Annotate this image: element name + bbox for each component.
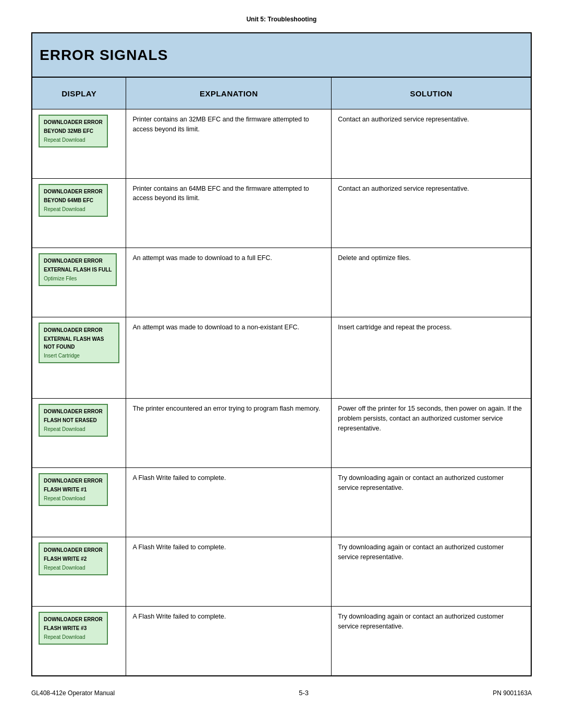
col-explanation: EXPLANATION bbox=[126, 77, 332, 109]
error-title-6: DOWNLOADER ERROR bbox=[44, 546, 103, 554]
error-action-0: Repeat Download bbox=[44, 136, 103, 144]
error-action-4: Repeat Download bbox=[44, 425, 103, 433]
page-header: Unit 5: Troubleshooting bbox=[31, 16, 532, 23]
error-action-5: Repeat Download bbox=[44, 495, 103, 502]
table-row: DOWNLOADER ERROREXTERNAL FLASH IS FULLOp… bbox=[32, 248, 531, 317]
error-title-2: DOWNLOADER ERROR bbox=[44, 257, 112, 265]
error-title-1: DOWNLOADER ERROR bbox=[44, 188, 103, 195]
explanation-cell-7: A Flash Write failed to complete. bbox=[126, 606, 332, 676]
display-box-2: DOWNLOADER ERROREXTERNAL FLASH IS FULLOp… bbox=[39, 253, 117, 286]
display-box-5: DOWNLOADER ERRORFLASH WRITE #1Repeat Dow… bbox=[39, 473, 108, 506]
display-box-4: DOWNLOADER ERRORFLASH NOT ERASEDRepeat D… bbox=[39, 404, 108, 437]
solution-cell-7: Try downloading again or contact an auth… bbox=[332, 606, 531, 676]
explanation-cell-2: An attempt was made to download to a ful… bbox=[126, 248, 332, 317]
error-action-3: Insert Cartridge bbox=[44, 352, 114, 360]
display-cell-2: DOWNLOADER ERROREXTERNAL FLASH IS FULLOp… bbox=[32, 248, 126, 317]
table-row: DOWNLOADER ERRORBEYOND 64MB EFCRepeat Do… bbox=[32, 178, 531, 248]
display-cell-3: DOWNLOADER ERROREXTERNAL FLASH WAS NOT F… bbox=[32, 317, 126, 399]
error-main-0: BEYOND 32MB EFC bbox=[44, 127, 103, 135]
error-main-6: FLASH WRITE #2 bbox=[44, 555, 103, 563]
col-solution: SOLUTION bbox=[332, 77, 531, 109]
solution-cell-0: Contact an authorized service representa… bbox=[332, 109, 531, 178]
solution-cell-4: Power off the printer for 15 seconds, th… bbox=[332, 399, 531, 468]
error-title-7: DOWNLOADER ERROR bbox=[44, 615, 103, 623]
explanation-cell-0: Printer contains an 32MB EFC and the fir… bbox=[126, 109, 332, 178]
display-box-3: DOWNLOADER ERROREXTERNAL FLASH WAS NOT F… bbox=[39, 323, 119, 363]
error-action-1: Repeat Download bbox=[44, 205, 103, 213]
error-main-3: EXTERNAL FLASH WAS NOT FOUND bbox=[44, 335, 114, 351]
error-title-5: DOWNLOADER ERROR bbox=[44, 477, 103, 485]
error-signals-table: ERROR SIGNALS DISPLAY EXPLANATION SOLUTI… bbox=[31, 32, 532, 676]
table-row: DOWNLOADER ERRORFLASH WRITE #2Repeat Dow… bbox=[32, 537, 531, 606]
error-title-3: DOWNLOADER ERROR bbox=[44, 326, 114, 334]
error-action-7: Repeat Download bbox=[44, 633, 103, 641]
table-title: ERROR SIGNALS bbox=[32, 33, 531, 77]
error-title-0: DOWNLOADER ERROR bbox=[44, 118, 103, 126]
display-box-6: DOWNLOADER ERRORFLASH WRITE #2Repeat Dow… bbox=[39, 542, 108, 575]
solution-cell-6: Try downloading again or contact an auth… bbox=[332, 537, 531, 606]
footer-right: PN 9001163A bbox=[493, 689, 532, 697]
display-box-1: DOWNLOADER ERRORBEYOND 64MB EFCRepeat Do… bbox=[39, 184, 108, 217]
explanation-cell-3: An attempt was made to download to a non… bbox=[126, 317, 332, 399]
error-action-2: Optimize Files bbox=[44, 275, 112, 282]
error-title-4: DOWNLOADER ERROR bbox=[44, 408, 103, 415]
title-row: ERROR SIGNALS bbox=[32, 33, 531, 77]
solution-cell-3: Insert cartridge and repeat the process. bbox=[332, 317, 531, 399]
error-main-4: FLASH NOT ERASED bbox=[44, 416, 103, 424]
display-cell-5: DOWNLOADER ERRORFLASH WRITE #1Repeat Dow… bbox=[32, 468, 126, 537]
explanation-cell-1: Printer contains an 64MB EFC and the fir… bbox=[126, 178, 332, 248]
table-row: DOWNLOADER ERRORBEYOND 32MB EFCRepeat Do… bbox=[32, 109, 531, 178]
error-main-1: BEYOND 64MB EFC bbox=[44, 196, 103, 204]
solution-cell-2: Delete and optimize files. bbox=[332, 248, 531, 317]
table-row: DOWNLOADER ERRORFLASH WRITE #1Repeat Dow… bbox=[32, 468, 531, 537]
display-cell-0: DOWNLOADER ERRORBEYOND 32MB EFCRepeat Do… bbox=[32, 109, 126, 178]
solution-cell-5: Try downloading again or contact an auth… bbox=[332, 468, 531, 537]
footer-center: 5-3 bbox=[299, 689, 309, 697]
error-action-6: Repeat Download bbox=[44, 564, 103, 572]
header-title: Unit 5: Troubleshooting bbox=[247, 16, 317, 23]
display-box-0: DOWNLOADER ERRORBEYOND 32MB EFCRepeat Do… bbox=[39, 115, 108, 147]
solution-cell-1: Contact an authorized service representa… bbox=[332, 178, 531, 248]
display-cell-4: DOWNLOADER ERRORFLASH NOT ERASEDRepeat D… bbox=[32, 399, 126, 468]
error-main-2: EXTERNAL FLASH IS FULL bbox=[44, 266, 112, 274]
explanation-cell-6: A Flash Write failed to complete. bbox=[126, 537, 332, 606]
display-cell-7: DOWNLOADER ERRORFLASH WRITE #3Repeat Dow… bbox=[32, 606, 126, 676]
footer-left: GL408-412e Operator Manual bbox=[31, 689, 115, 697]
table-row: DOWNLOADER ERRORFLASH NOT ERASEDRepeat D… bbox=[32, 399, 531, 468]
page-footer: GL408-412e Operator Manual 5-3 PN 900116… bbox=[31, 689, 532, 697]
col-display: DISPLAY bbox=[32, 77, 126, 109]
header-row: DISPLAY EXPLANATION SOLUTION bbox=[32, 77, 531, 109]
table-row: DOWNLOADER ERROREXTERNAL FLASH WAS NOT F… bbox=[32, 317, 531, 399]
page: Unit 5: Troubleshooting ERROR SIGNALS DI… bbox=[0, 0, 563, 728]
error-main-5: FLASH WRITE #1 bbox=[44, 486, 103, 493]
error-main-7: FLASH WRITE #3 bbox=[44, 624, 103, 632]
display-cell-6: DOWNLOADER ERRORFLASH WRITE #2Repeat Dow… bbox=[32, 537, 126, 606]
explanation-cell-5: A Flash Write failed to complete. bbox=[126, 468, 332, 537]
display-cell-1: DOWNLOADER ERRORBEYOND 64MB EFCRepeat Do… bbox=[32, 178, 126, 248]
explanation-cell-4: The printer encountered an error trying … bbox=[126, 399, 332, 468]
table-row: DOWNLOADER ERRORFLASH WRITE #3Repeat Dow… bbox=[32, 606, 531, 676]
display-box-7: DOWNLOADER ERRORFLASH WRITE #3Repeat Dow… bbox=[39, 612, 108, 645]
